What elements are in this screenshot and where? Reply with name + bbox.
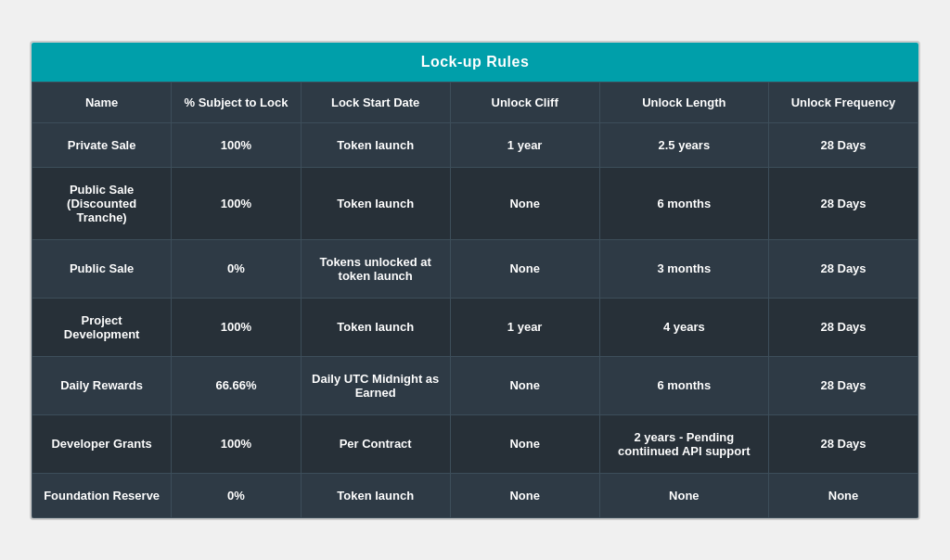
cell-lock_start_date: Token launch xyxy=(301,473,450,517)
cell-unlock_frequency: 28 Days xyxy=(769,239,918,298)
table-body: Private Sale100%Token launch1 year2.5 ye… xyxy=(32,122,918,517)
cell-unlock_length: 6 months xyxy=(599,167,768,239)
cell-unlock_frequency: None xyxy=(769,473,918,517)
cell-unlock_length: None xyxy=(599,473,768,517)
col-header-unlock-length: Unlock Length xyxy=(599,82,768,122)
cell-subject_to_lock: 100% xyxy=(172,122,301,167)
cell-unlock_length: 2.5 years xyxy=(599,122,768,167)
table-row: Foundation Reserve0%Token launchNoneNone… xyxy=(32,473,918,517)
col-header-name: Name xyxy=(32,82,172,122)
cell-name: Developer Grants xyxy=(32,414,172,473)
cell-lock_start_date: Per Contract xyxy=(301,414,450,473)
cell-subject_to_lock: 0% xyxy=(172,473,301,517)
col-header-lock-start-date: Lock Start Date xyxy=(301,82,450,122)
table-row: Project Development100%Token launch1 yea… xyxy=(32,298,918,356)
table-row: Public Sale0%Tokens unlocked at token la… xyxy=(32,239,918,298)
cell-name: Private Sale xyxy=(32,122,172,167)
cell-unlock_cliff: None xyxy=(450,239,599,298)
cell-unlock_cliff: None xyxy=(450,414,599,473)
cell-unlock_cliff: 1 year xyxy=(450,122,599,167)
lockup-rules-table: Lock-up Rules Name % Subject to Lock Loc… xyxy=(30,41,920,520)
cell-lock_start_date: Token launch xyxy=(301,122,450,167)
cell-name: Public Sale xyxy=(32,239,172,298)
cell-subject_to_lock: 100% xyxy=(172,414,301,473)
cell-unlock_cliff: None xyxy=(450,473,599,517)
cell-unlock_frequency: 28 Days xyxy=(769,122,918,167)
cell-lock_start_date: Token launch xyxy=(301,167,450,239)
cell-subject_to_lock: 100% xyxy=(172,167,301,239)
cell-name: Foundation Reserve xyxy=(32,473,172,517)
col-header-subject-to-lock: % Subject to Lock xyxy=(172,82,301,122)
table-row: Daily Rewards66.66%Daily UTC Midnight as… xyxy=(32,356,918,414)
table-title: Lock-up Rules xyxy=(32,43,918,82)
cell-lock_start_date: Token launch xyxy=(301,298,450,356)
cell-subject_to_lock: 66.66% xyxy=(172,356,301,414)
cell-lock_start_date: Tokens unlocked at token launch xyxy=(301,239,450,298)
cell-unlock_frequency: 28 Days xyxy=(769,298,918,356)
col-header-unlock-frequency: Unlock Frequency xyxy=(769,82,918,122)
table-row: Private Sale100%Token launch1 year2.5 ye… xyxy=(32,122,918,167)
table-row: Public Sale (Discounted Tranche)100%Toke… xyxy=(32,167,918,239)
cell-unlock_frequency: 28 Days xyxy=(769,167,918,239)
cell-unlock_length: 6 months xyxy=(599,356,768,414)
cell-name: Public Sale (Discounted Tranche) xyxy=(32,167,172,239)
cell-unlock_cliff: None xyxy=(450,167,599,239)
cell-unlock_length: 4 years xyxy=(599,298,768,356)
cell-unlock_frequency: 28 Days xyxy=(769,414,918,473)
cell-unlock_length: 3 months xyxy=(599,239,768,298)
cell-unlock_cliff: 1 year xyxy=(450,298,599,356)
cell-name: Daily Rewards xyxy=(32,356,172,414)
cell-lock_start_date: Daily UTC Midnight as Earned xyxy=(301,356,450,414)
cell-unlock_frequency: 28 Days xyxy=(769,356,918,414)
cell-unlock_length: 2 years - Pending contiinued API support xyxy=(599,414,768,473)
table-row: Developer Grants100%Per ContractNone2 ye… xyxy=(32,414,918,473)
cell-subject_to_lock: 100% xyxy=(172,298,301,356)
cell-subject_to_lock: 0% xyxy=(172,239,301,298)
col-header-unlock-cliff: Unlock Cliff xyxy=(450,82,599,122)
cell-name: Project Development xyxy=(32,298,172,356)
table-header-row: Name % Subject to Lock Lock Start Date U… xyxy=(32,82,918,122)
cell-unlock_cliff: None xyxy=(450,356,599,414)
